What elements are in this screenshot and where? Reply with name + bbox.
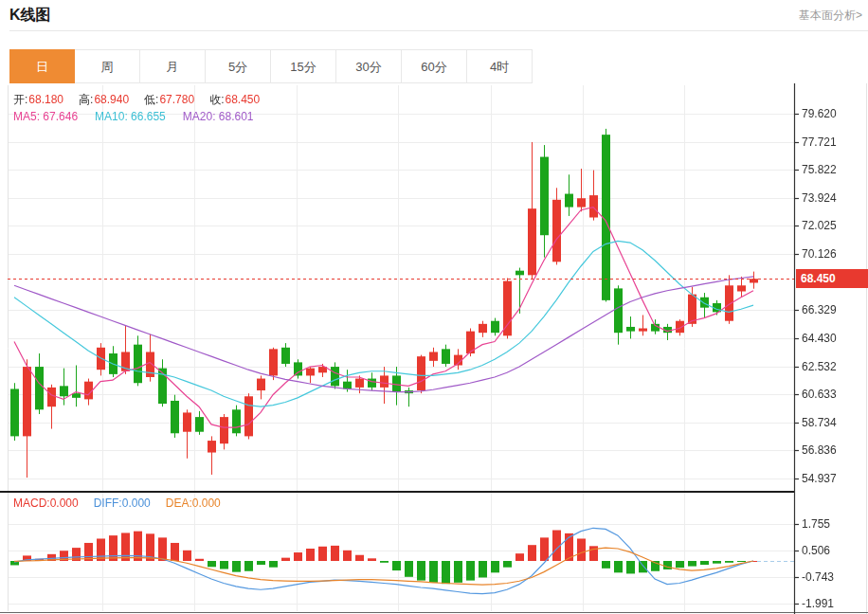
ohlc-close: 收:68.450 (209, 92, 260, 108)
current-price-tag: 68.450 (796, 269, 868, 288)
tab-60min[interactable]: 60分 (402, 49, 467, 83)
tab-month[interactable]: 月 (140, 49, 206, 83)
ma-row: MA5: 67.646 MA10: 66.655 MA20: 68.601 (13, 110, 254, 123)
tab-week[interactable]: 周 (75, 49, 140, 83)
ohlc-open: 开:68.180 (13, 92, 63, 108)
ma5-value: MA5: 67.646 (13, 110, 78, 123)
header-divider (9, 30, 868, 31)
ma10-value: MA10: 66.655 (95, 110, 166, 123)
low-value: 67.780 (159, 93, 194, 106)
ma20-value: MA20: 68.601 (183, 110, 254, 123)
macd-value: MACD:0.000 (13, 497, 79, 510)
kline-chart-canvas[interactable] (0, 83, 868, 614)
diff-value: DIFF:0.000 (94, 497, 151, 510)
period-tabs: 日 周 月 5分 15分 30分 60分 4时 (9, 49, 533, 83)
ohlc-row: 开:68.180 高:68.940 低:67.780 收:68.450 (13, 92, 260, 108)
fundamental-analysis-link[interactable]: 基本面分析> (799, 8, 862, 24)
open-value: 68.180 (28, 93, 63, 106)
page-title: K线图 (9, 6, 51, 26)
tab-4hour[interactable]: 4时 (467, 49, 533, 83)
ohlc-low: 低:67.780 (144, 92, 194, 108)
tab-30min[interactable]: 30分 (336, 49, 402, 83)
tab-15min[interactable]: 15分 (271, 49, 336, 83)
tab-5min[interactable]: 5分 (206, 49, 271, 83)
kline-page: K线图 基本面分析> 日 周 月 5分 15分 30分 60分 4时 开:68.… (0, 0, 868, 614)
close-value: 68.450 (225, 93, 260, 106)
ohlc-high: 高:68.940 (79, 92, 129, 108)
high-value: 68.940 (94, 93, 129, 106)
tab-day[interactable]: 日 (9, 49, 75, 83)
dea-value: DEA:0.000 (166, 497, 221, 510)
macd-indicator-row: MACD:0.000 DIFF:0.000 DEA:0.000 (13, 497, 221, 510)
